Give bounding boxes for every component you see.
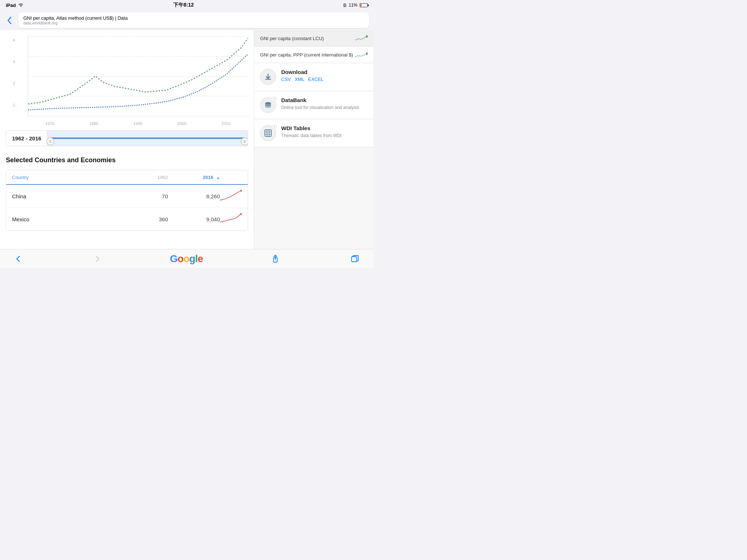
legend-label-1: GNI per capita (constant LCU) xyxy=(260,36,355,41)
google-logo: Google xyxy=(170,253,203,265)
wdi-title: WDI Tables xyxy=(281,125,368,131)
chart-svg xyxy=(28,36,248,116)
battery-percentage: 11% xyxy=(349,3,357,8)
legend-label-2: GNI per capita, PPP (current internation… xyxy=(260,52,355,58)
x-label-2010: 2010 xyxy=(221,121,230,126)
svg-point-0 xyxy=(20,6,21,7)
row-val2-china: 8,260 xyxy=(168,193,220,199)
wifi-icon xyxy=(18,3,24,8)
browser-bar: GNI per capita, Atlas method (current US… xyxy=(0,10,374,30)
download-icon-circle xyxy=(260,69,276,85)
data-table: Country 1962 2016 ▲ China 70 8,260 xyxy=(6,170,248,231)
bottom-toolbar: Google xyxy=(0,249,374,268)
battery-icon xyxy=(360,3,368,7)
tabs-button[interactable] xyxy=(348,253,362,264)
device-label: iPad xyxy=(6,3,16,8)
time-display: 下午8:12 xyxy=(173,2,194,8)
y-label-2: 2 xyxy=(6,81,15,86)
download-xml[interactable]: XML xyxy=(295,77,305,82)
y-label-4: 4 xyxy=(6,38,15,42)
download-info: Download CSV XML EXCEL xyxy=(281,69,368,82)
svg-rect-8 xyxy=(265,130,271,136)
slider-handle-left[interactable] xyxy=(46,137,54,145)
databank-title: DataBank xyxy=(281,97,368,103)
handle-lines-right xyxy=(243,140,247,143)
databank-desc: Online tool for visualization and analys… xyxy=(281,105,368,111)
time-range-label: 1962 - 2016 xyxy=(6,131,47,146)
slider-track[interactable] xyxy=(47,131,248,146)
legend-item-1[interactable]: GNI per capita (constant LCU) xyxy=(254,30,374,47)
row-chart-china xyxy=(220,190,242,202)
wdi-card[interactable]: ↗ WDI Tables Thematic data tables from W… xyxy=(254,119,374,147)
row-country-china: China xyxy=(12,193,116,199)
countries-section: Selected Countries and Economies Country… xyxy=(0,149,254,238)
legend-icon-2 xyxy=(355,51,368,58)
share-button[interactable] xyxy=(269,253,282,264)
legend-item-2[interactable]: GNI per capita, PPP (current internation… xyxy=(254,47,374,63)
wdi-desc: Thematic data tables from WDI xyxy=(281,133,368,139)
url-display: data.worldbank.org xyxy=(23,21,364,25)
x-label-2000: 2000 xyxy=(178,121,186,126)
databank-info: DataBank Online tool for visualization a… xyxy=(281,97,368,111)
external-badge-databank: ↗ xyxy=(272,97,276,101)
nav-back-button[interactable] xyxy=(12,254,25,264)
table-header: Country 1962 2016 ▲ xyxy=(6,170,248,185)
left-column: 1 2 3 4 xyxy=(0,30,254,249)
download-excel[interactable]: EXCEL xyxy=(308,77,324,82)
section-title: Selected Countries and Economies xyxy=(6,156,248,164)
chart-area: 1 2 3 4 xyxy=(0,30,254,146)
chart-container xyxy=(28,36,248,116)
wdi-info: WDI Tables Thematic data tables from WDI xyxy=(281,125,368,139)
table-row: China 70 8,260 xyxy=(6,185,248,208)
page-title: GNI per capita, Atlas method (current US… xyxy=(23,15,364,21)
handle-lines-left xyxy=(49,140,52,143)
y-label-1: 1 xyxy=(6,103,15,107)
databank-icon-circle: ↗ xyxy=(260,97,276,113)
slider-fill xyxy=(50,137,245,139)
row-val1-china: 70 xyxy=(116,193,168,199)
wdi-icon-circle: ↗ xyxy=(260,125,276,141)
svg-rect-15 xyxy=(352,257,357,262)
y-label-3: 3 xyxy=(6,59,15,64)
row-chart-mexico xyxy=(220,213,242,225)
table-row: Mexico 360 9,040 xyxy=(6,208,248,230)
nav-forward-button[interactable] xyxy=(91,254,104,264)
sort-icon[interactable]: ▲ xyxy=(216,176,220,180)
back-button[interactable] xyxy=(4,15,15,26)
download-title: Download xyxy=(281,69,368,75)
svg-rect-5 xyxy=(265,79,271,80)
col-header-year1: 1962 xyxy=(116,175,168,180)
row-val1-mexico: 360 xyxy=(116,216,168,222)
bluetooth-icon: B xyxy=(343,3,347,8)
x-axis: 1970 1980 1990 2000 2010 xyxy=(28,120,248,127)
row-val2-mexico: 9,040 xyxy=(168,216,220,222)
row-country-mexico: Mexico xyxy=(12,216,116,222)
databank-card[interactable]: ↗ DataBank Online tool for visualization… xyxy=(254,91,374,119)
sidebar: GNI per capita (constant LCU) GNI per ca… xyxy=(254,30,374,249)
legend-icon-1 xyxy=(355,35,368,42)
external-badge-wdi: ↗ xyxy=(272,125,276,129)
download-csv[interactable]: CSV xyxy=(281,77,291,82)
main-content: 1 2 3 4 xyxy=(0,30,374,249)
download-card: Download CSV XML EXCEL xyxy=(254,63,374,91)
x-label-1990: 1990 xyxy=(133,121,142,126)
col-header-country: Country xyxy=(12,175,116,180)
status-bar: iPad 下午8:12 B 11% xyxy=(0,0,374,10)
slider-handle-right[interactable] xyxy=(241,137,248,145)
download-links: CSV XML EXCEL xyxy=(281,77,368,82)
x-label-1970: 1970 xyxy=(45,121,54,126)
x-label-1980: 1980 xyxy=(89,121,98,126)
time-range-bar[interactable]: 1962 - 2016 xyxy=(6,130,248,146)
url-bar[interactable]: GNI per capita, Atlas method (current US… xyxy=(18,12,369,28)
col-header-year2[interactable]: 2016 xyxy=(203,175,213,180)
